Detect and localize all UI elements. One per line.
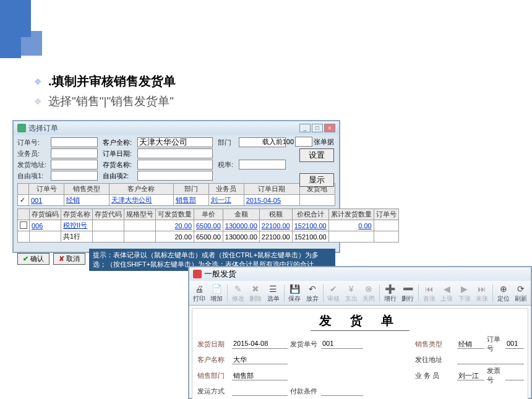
ship-no-input[interactable]: 001 [321, 340, 363, 349]
toolbar: 🖨打印 📄增加 ✎修改 ✖删除 ☰选单 💾保存 ↶放弃 ✔审核 ¥支出 ⊗关闭 … [189, 281, 531, 306]
label-free1: 自由项1: [17, 171, 48, 181]
print-button[interactable]: 🖨打印 [191, 282, 208, 304]
load-prefix: 载入前100 [262, 137, 294, 147]
sale-dept-input[interactable]: 销售部 [232, 371, 288, 380]
maximize-button[interactable]: □ [312, 124, 323, 132]
load-suffix: 张单据 [314, 137, 334, 147]
first-button[interactable]: ⏮首张 [421, 282, 438, 304]
window-title: 选择订单 [28, 123, 58, 134]
input-order-date[interactable] [137, 148, 213, 158]
stock-table: 存货编码 存货名称 存货代码 规格型号 可发货数量 单价 金额 税额 价税合计 … [17, 208, 399, 242]
input-free1[interactable] [51, 171, 98, 181]
doc-title: 发 货 单 [311, 312, 410, 331]
add-button[interactable]: 📄增加 [208, 282, 226, 304]
title-main: .填制并审核销售发货单 [48, 73, 176, 90]
invoice-input[interactable] [505, 371, 524, 380]
cust-name-input[interactable]: 大华 [232, 355, 288, 364]
select-order-window: 选择订单 _ □ × 订单号: 客户全称: 部门 业务员: 订单日期: 发货地址… [12, 120, 340, 253]
document-body: 发 货 单 发货日期 2015-04-08 发货单号 001 销售类型 经销 订… [192, 308, 528, 399]
refresh-button[interactable]: ⟳刷新 [512, 282, 530, 304]
close-button[interactable]: × [324, 124, 335, 132]
label-ship-addr: 发货地址: [17, 160, 48, 169]
payout-button[interactable]: ¥支出 [343, 282, 360, 304]
title-sub: 选择"销售"|"销售发货单" [48, 93, 174, 109]
minimize-button[interactable]: _ [299, 124, 311, 132]
input-load-count[interactable] [295, 137, 312, 147]
label-free2: 自由项2: [103, 171, 135, 181]
label-cust-full: 客户全称: [103, 138, 135, 147]
addline-button[interactable]: ➕增行 [382, 282, 399, 304]
ship-addr-input[interactable] [457, 355, 524, 364]
label-order-date: 订单日期: [103, 149, 135, 158]
abandon-button[interactable]: ↶放弃 [304, 282, 321, 304]
last-button[interactable]: ⏭末张 [474, 282, 491, 304]
settings-button[interactable]: 设置 [299, 148, 334, 162]
window-title: 一般发货 [204, 268, 236, 280]
save-button[interactable]: 💾保存 [286, 282, 303, 304]
close-doc-button[interactable]: ⊗关闭 [361, 282, 378, 304]
pay-term-input[interactable] [321, 387, 363, 396]
label-salesman: 业务员: [17, 149, 48, 158]
select-button[interactable]: ☰选单 [265, 282, 282, 304]
delete-button[interactable]: ✖删除 [247, 282, 265, 304]
salesman-input[interactable]: 刘一江 [457, 371, 484, 380]
audit-button[interactable]: ✔审核 [325, 282, 342, 304]
ship-date-input[interactable]: 2015-04-08 [232, 340, 288, 349]
input-order-no[interactable] [51, 137, 98, 147]
shipment-window: 一般发货 🖨打印 📄增加 ✎修改 ✖删除 ☰选单 💾保存 ↶放弃 ✔审核 ¥支出… [188, 266, 532, 399]
page-title-area: ❖ .填制并审核销售发货单 ❖ 选择"销售"|"销售发货单" [34, 73, 176, 113]
prev-button[interactable]: ◀上张 [438, 282, 455, 304]
sale-type-input[interactable]: 经销 [457, 340, 484, 349]
input-ship-addr[interactable] [51, 160, 98, 169]
display-button[interactable]: 显示 [299, 173, 334, 187]
delline-button[interactable]: ➖删行 [399, 282, 416, 304]
confirm-button[interactable]: ✔确认 [17, 253, 49, 265]
label-order-no: 订单号: [17, 138, 48, 147]
input-free2[interactable] [137, 171, 213, 181]
locate-button[interactable]: ⊕定位 [495, 282, 512, 304]
input-stock-name[interactable] [137, 160, 213, 169]
cancel-button[interactable]: ✘取消 [53, 253, 85, 265]
table-row[interactable]: ✓ 001 经销 天津大华公司 销售部 刘一江 2015-04-05 [18, 195, 335, 206]
app-icon [193, 270, 202, 278]
label-stock-name: 存货名称: [103, 160, 135, 169]
input-salesman[interactable] [51, 148, 98, 158]
ship-way-input[interactable] [232, 387, 288, 396]
next-button[interactable]: ▶下张 [456, 282, 473, 304]
table-sum-row: 共1行 20.00 6500.00 130000.00 22100.00 152… [18, 231, 399, 242]
modify-button[interactable]: ✎修改 [230, 282, 247, 304]
input-cust-full[interactable] [137, 137, 213, 147]
app-icon [17, 124, 26, 132]
order-no-input[interactable]: 001 [505, 340, 524, 349]
table-row[interactable]: 006 税控II号 20.00 6500.00 130000.00 22100.… [18, 220, 399, 231]
